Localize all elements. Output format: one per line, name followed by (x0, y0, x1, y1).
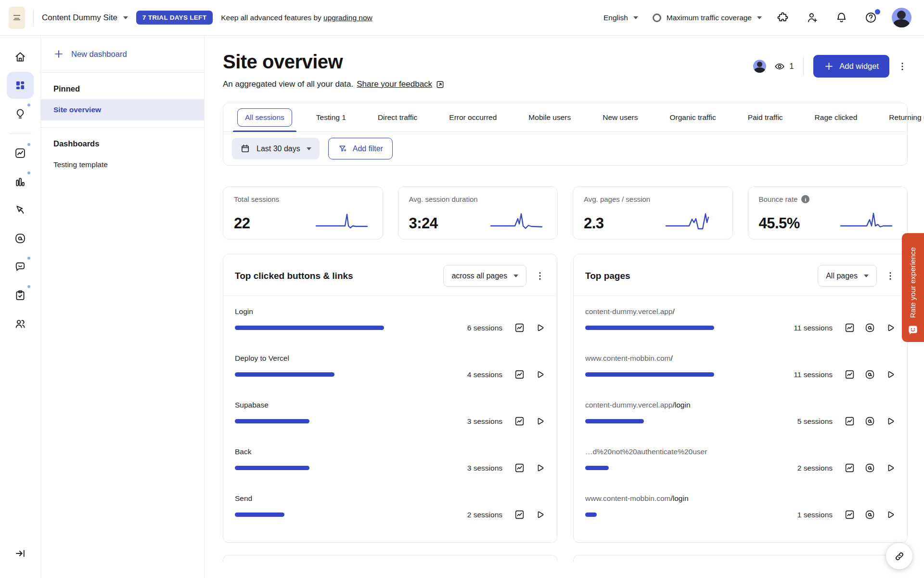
traffic-coverage-selector[interactable]: Maximum traffic coverage (653, 13, 762, 22)
scope-selector[interactable]: across all pages (443, 265, 526, 287)
tab-mobile-users[interactable]: Mobile users (513, 103, 587, 131)
add-widget-button[interactable]: Add widget (813, 55, 889, 78)
tab-error-occurred[interactable]: Error occurred (433, 103, 513, 131)
heatmap-button[interactable] (864, 369, 875, 380)
copy-link-button[interactable] (886, 543, 912, 569)
heatmap-button[interactable] (864, 322, 875, 333)
trend-chart-button[interactable] (844, 416, 855, 427)
icon-rail (0, 36, 41, 578)
trend-chart-button[interactable] (844, 369, 855, 380)
collapse-sidebar-button[interactable] (7, 540, 34, 567)
widget-row: Login6 sessions (235, 307, 545, 333)
viewers-indicator[interactable]: 1 (774, 61, 794, 72)
site-selector[interactable]: Content Dummy Site (42, 13, 128, 23)
trend-chart-button[interactable] (514, 322, 525, 333)
chartsq-icon (844, 462, 855, 473)
help-button[interactable] (864, 11, 877, 24)
sidebar-item-dashboards[interactable] (7, 72, 34, 99)
sessions-count: 4 sessions (467, 370, 502, 379)
play-sessions-button[interactable] (534, 416, 545, 427)
info-icon[interactable]: i (801, 195, 809, 203)
sessions-bar (585, 326, 714, 330)
tab-paid-traffic[interactable]: Paid traffic (732, 103, 799, 131)
row-label: www.content-mobbin.com/login (585, 494, 896, 503)
notifications-button[interactable] (835, 11, 848, 24)
tab-direct-traffic[interactable]: Direct traffic (362, 103, 433, 131)
sidebar-item-events[interactable] (7, 197, 34, 223)
play-sessions-button[interactable] (885, 369, 896, 380)
rate-experience-tab[interactable]: Rate your experience (902, 233, 924, 342)
sessions-count: 2 sessions (797, 464, 833, 473)
language-label: English (603, 13, 628, 22)
external-link-icon (436, 80, 445, 89)
tab-new-users[interactable]: New users (587, 103, 654, 131)
upgrade-text-static: Keep all advanced features by (221, 13, 321, 22)
tab-all-sessions[interactable]: All sessions (229, 103, 300, 131)
chevron-down-icon (757, 16, 762, 19)
integrations-button[interactable] (776, 11, 789, 24)
tab-rage-clicked[interactable]: Rage clicked (799, 103, 873, 131)
bar-track (235, 512, 384, 517)
play-sessions-button[interactable] (534, 509, 545, 520)
play-sessions-button[interactable] (534, 369, 545, 380)
sidebar-item-analytics[interactable] (7, 140, 34, 167)
play-sessions-button[interactable] (885, 322, 896, 333)
trend-chart-button[interactable] (844, 509, 855, 520)
widget-row: content-dummy.vercel.app/login5 sessions (585, 401, 896, 427)
share-feedback-link[interactable]: Share your feedback (357, 79, 432, 89)
heatmap-button[interactable] (864, 509, 875, 520)
invite-user-button[interactable] (806, 11, 819, 24)
row-actions (514, 322, 545, 333)
sidebar-item-surveys[interactable] (7, 282, 34, 309)
trend-chart-button[interactable] (514, 369, 525, 380)
sidebar-item-home[interactable] (7, 43, 34, 70)
date-range-selector[interactable]: Last 30 days (232, 138, 320, 159)
stat-card-avg-session-duration: Avg. session duration3:24 (398, 186, 558, 239)
home-icon (14, 51, 26, 63)
row-label: …d%20not%20authenticate%20user (585, 447, 896, 456)
add-filter-button[interactable]: Add filter (328, 138, 393, 159)
sidebar-item-feedback[interactable] (7, 253, 34, 280)
play-sessions-button[interactable] (534, 462, 545, 473)
chartsq-icon (514, 509, 525, 520)
trend-chart-button[interactable] (514, 462, 525, 473)
heatmap-button[interactable] (864, 462, 875, 473)
sidebar-item-heatmaps[interactable] (7, 225, 34, 252)
tab-testing-1[interactable]: Testing 1 (300, 103, 362, 131)
scope-selector[interactable]: All pages (818, 265, 877, 287)
play-sessions-button[interactable] (885, 509, 896, 520)
sidebar-item-insights[interactable] (7, 100, 34, 127)
sidebar-item-metrics[interactable] (7, 168, 34, 195)
bar-track (235, 372, 384, 377)
play-sessions-button[interactable] (885, 462, 896, 473)
sessions-bar (235, 372, 334, 377)
analytics-icon (14, 147, 26, 159)
sidebar-item-users[interactable] (7, 310, 34, 337)
upgrading-now-link[interactable]: upgrading now (323, 13, 372, 22)
trend-chart-button[interactable] (514, 416, 525, 427)
user-avatar[interactable] (892, 8, 911, 27)
trend-chart-button[interactable] (844, 322, 855, 333)
widget-menu-button[interactable] (535, 271, 545, 281)
play-sessions-button[interactable] (885, 416, 896, 427)
play-icon (534, 509, 545, 520)
sessions-count: 3 sessions (467, 417, 502, 426)
dashboard-menu-button[interactable] (897, 61, 908, 72)
nav-item-site-overview[interactable]: Site overview (41, 99, 204, 120)
trend-chart-button[interactable] (844, 462, 855, 473)
heatmap-button[interactable] (864, 416, 875, 427)
tab-returning-users[interactable]: Returning users (873, 103, 924, 131)
play-sessions-button[interactable] (534, 322, 545, 333)
tab-organic-traffic[interactable]: Organic traffic (654, 103, 732, 131)
widget-menu-button[interactable] (885, 271, 896, 281)
sparkline-chart (313, 211, 372, 232)
language-selector[interactable]: English (603, 13, 638, 22)
tab-label: Rage clicked (807, 108, 865, 127)
new-dashboard-button[interactable]: New dashboard (53, 49, 127, 59)
play-icon (885, 369, 896, 380)
trend-chart-button[interactable] (514, 509, 525, 520)
stat-card-total-sessions: Total sessions22 (223, 186, 383, 239)
nav-item-testing-template[interactable]: Testing template (41, 154, 204, 175)
workspace-logo[interactable] (9, 7, 25, 29)
events-icon (14, 204, 26, 216)
